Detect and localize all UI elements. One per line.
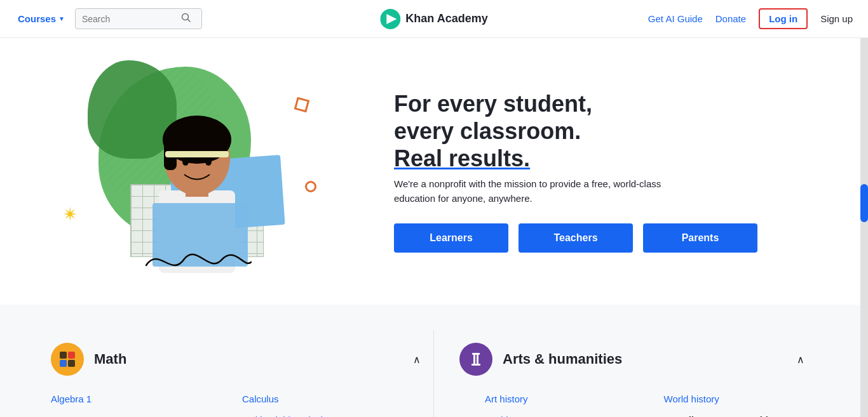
hero-content: For every student, every classroom. Real… [369, 90, 817, 253]
svg-rect-22 [477, 355, 478, 364]
geometry-link[interactable]: Geometry [51, 412, 217, 417]
arts-header-left: Arts & humanities [459, 343, 622, 376]
svg-rect-23 [471, 364, 480, 366]
learners-button[interactable]: Learners [394, 223, 508, 253]
donate-button[interactable]: Donate [715, 13, 746, 24]
deco-circle [305, 181, 316, 192]
world-history-link[interactable]: World history [664, 391, 818, 407]
svg-rect-20 [472, 353, 480, 355]
svg-rect-12 [165, 151, 229, 157]
svg-point-14 [205, 158, 212, 166]
svg-rect-18 [60, 360, 67, 367]
brand-name: Khan Academy [405, 12, 487, 25]
art-history-link[interactable]: Art history [485, 391, 639, 407]
deco-star: ✴ [62, 203, 78, 225]
search-icon [181, 13, 191, 25]
arts-collapse-button[interactable]: ∧ [797, 354, 804, 366]
algebra1-link[interactable]: Algebra 1 [51, 391, 217, 407]
courses-grid: Math ∧ Algebra 1 Calculus Geometry Multi… [51, 330, 817, 417]
hero-image-area: ✴ [38, 51, 369, 292]
courses-button[interactable]: Courses ▼ [15, 10, 67, 28]
see-all-arts-link[interactable]: See all Arts & Humanities [664, 412, 818, 417]
math-collapse-button[interactable]: ∧ [413, 354, 421, 366]
hero-buttons: Learners Teachers Parents [394, 223, 817, 253]
hero-subtext: We're a nonprofit with the mission to pr… [394, 177, 699, 206]
khan-academy-logo-icon [380, 9, 400, 29]
scribble [140, 240, 254, 278]
headline-line2: every classroom. [394, 118, 581, 144]
svg-line-1 [187, 20, 190, 22]
courses-section: Math ∧ Algebra 1 Calculus Geometry Multi… [0, 305, 868, 417]
nav-left: Courses ▼ [15, 8, 202, 29]
arts-title: Arts & humanities [503, 351, 622, 367]
headline-line3: Real results. [394, 145, 530, 171]
math-title: Math [94, 351, 126, 367]
svg-rect-17 [68, 352, 75, 359]
login-button[interactable]: Log in [759, 8, 808, 29]
arts-course-links: Art history World history US history See… [459, 391, 817, 417]
scrollbar[interactable] [860, 0, 868, 417]
svg-rect-16 [60, 352, 67, 359]
calculus-link[interactable]: Calculus [242, 391, 408, 407]
math-icon [51, 343, 84, 376]
nav-center: Khan Academy [380, 9, 487, 29]
us-history-link[interactable]: US history [485, 412, 639, 417]
math-header-left: Math [51, 343, 126, 376]
headline-line1: For every student, [394, 91, 592, 117]
math-category: Math ∧ Algebra 1 Calculus Geometry Multi… [51, 330, 434, 417]
scrollbar-thumb[interactable] [860, 184, 868, 222]
chevron-down-icon: ▼ [58, 15, 65, 22]
navbar: Courses ▼ Khan Academy Get AI Guide Dona… [0, 0, 868, 38]
arts-icon [459, 343, 492, 376]
signup-button[interactable]: Sign up [820, 13, 853, 24]
parents-button[interactable]: Parents [643, 223, 757, 253]
hero-headline: For every student, every classroom. Real… [394, 90, 817, 173]
courses-label: Courses [18, 13, 56, 24]
math-course-links: Algebra 1 Calculus Geometry Multivariabl… [51, 391, 433, 417]
search-bar [75, 8, 202, 29]
hero-section: ✴ [0, 38, 868, 305]
teachers-button[interactable]: Teachers [519, 223, 633, 253]
svg-rect-21 [473, 355, 475, 364]
search-input[interactable] [82, 14, 177, 24]
arts-category: Arts & humanities ∧ Art history World hi… [434, 330, 817, 417]
get-ai-guide-button[interactable]: Get AI Guide [648, 13, 703, 24]
deco-square [294, 97, 309, 112]
svg-point-13 [182, 158, 189, 166]
math-category-header: Math ∧ [51, 343, 433, 376]
svg-rect-19 [68, 360, 75, 367]
multivariable-calculus-link[interactable]: Multivariable calculus [242, 412, 408, 417]
arts-category-header: Arts & humanities ∧ [459, 343, 817, 376]
nav-right: Get AI Guide Donate Log in Sign up [648, 8, 853, 29]
